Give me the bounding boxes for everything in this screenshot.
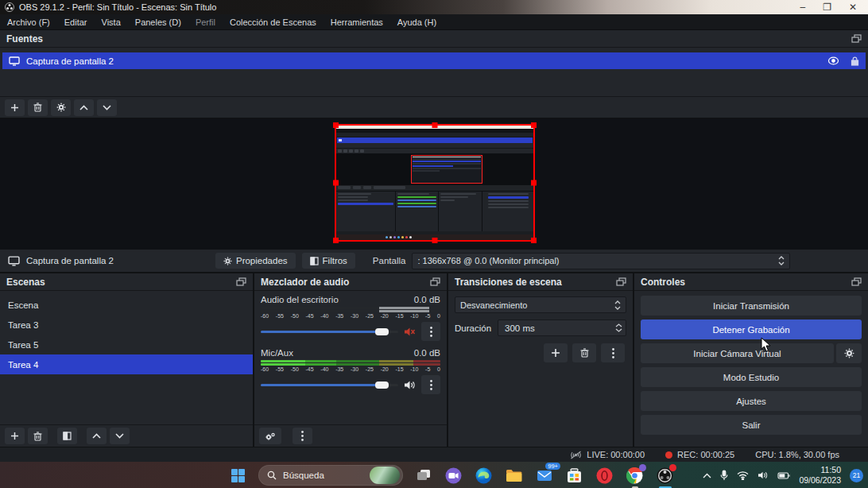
resize-handle-top-right[interactable] [531, 122, 537, 128]
transition-select[interactable]: Desvanecimiento [455, 296, 626, 313]
menu-editar[interactable]: Editar [57, 15, 95, 29]
remove-scene-button[interactable] [28, 428, 48, 444]
resize-handle-bottom-right[interactable] [531, 238, 537, 243]
filters-button[interactable]: Filtros [302, 253, 355, 269]
menu-ayuda[interactable]: Ayuda (H) [390, 15, 444, 29]
mail-app-icon[interactable]: 99+ [534, 466, 554, 486]
stop-recording-button[interactable]: Detener Grabación [641, 320, 862, 339]
spin-up-icon[interactable] [615, 323, 622, 327]
preview-canvas[interactable] [0, 118, 868, 250]
meter-tick: -15 [395, 313, 403, 319]
add-scene-button[interactable] [5, 428, 25, 444]
microsoft-store-icon[interactable] [564, 466, 584, 486]
resize-handle-mid-left[interactable] [333, 180, 339, 186]
duration-spinbox[interactable]: 300 ms [498, 320, 626, 336]
screen-select[interactable]: : 1366x768 @ 0.0 (Monitor principal) [412, 253, 790, 269]
move-scene-down-button[interactable] [110, 428, 130, 444]
taskbar-clock[interactable]: 11:50 09/06/2023 [799, 465, 841, 486]
edge-browser-icon[interactable] [474, 466, 494, 486]
menu-perfil[interactable]: Perfil [188, 15, 223, 29]
properties-label: Propiedades [236, 256, 288, 265]
microphone-icon[interactable] [720, 470, 728, 481]
visibility-eye-icon[interactable] [827, 56, 839, 65]
volume-slider[interactable] [261, 381, 398, 389]
taskbar-search-input[interactable]: Búsqueda [258, 465, 403, 486]
advanced-audio-properties-button[interactable] [259, 428, 281, 444]
window-title: OBS 29.1.2 - Perfil: Sin Título - Escena… [19, 2, 216, 12]
start-virtual-camera-button[interactable]: Iniciar Cámara Virtual [641, 343, 834, 363]
transition-options-button[interactable] [601, 343, 625, 362]
selected-source-preview[interactable] [335, 124, 535, 242]
move-source-up-button[interactable] [74, 99, 94, 116]
scene-list: Escena Tarea 3 Tarea 5 Tarea 4 [0, 291, 253, 424]
spin-down-icon[interactable] [615, 328, 622, 332]
task-view-button[interactable] [413, 466, 433, 486]
popout-icon[interactable] [236, 277, 246, 286]
menu-paneles[interactable]: Paneles (D) [128, 15, 188, 29]
volume-icon[interactable] [758, 471, 769, 480]
resize-handle-bottom-left[interactable] [333, 238, 339, 243]
volume-slider[interactable] [261, 328, 398, 335]
settings-button[interactable]: Ajustes [641, 391, 862, 411]
obs-app-icon[interactable] [655, 466, 675, 486]
resize-handle-bottom-center[interactable] [432, 238, 438, 243]
speaker-icon[interactable] [404, 380, 416, 390]
scene-item-tarea-3[interactable]: Tarea 3 [0, 315, 253, 335]
add-transition-button[interactable] [544, 343, 568, 362]
battery-icon[interactable] [777, 472, 790, 479]
menu-vista[interactable]: Vista [95, 15, 128, 29]
scene-item-tarea-4-selected[interactable]: Tarea 4 [0, 354, 253, 374]
remove-source-button[interactable] [28, 99, 48, 116]
lock-icon[interactable] [851, 56, 859, 66]
source-row-captura-de-pantalla-2[interactable]: Captura de pantalla 2 [2, 52, 866, 69]
muted-speaker-icon[interactable] [404, 327, 416, 337]
chrome-browser-icon[interactable] [625, 466, 645, 486]
add-source-button[interactable] [5, 99, 25, 116]
maximize-button[interactable]: ❐ [823, 2, 831, 12]
meter-tick: -45 [305, 313, 313, 319]
scene-item-tarea-5[interactable]: Tarea 5 [0, 335, 253, 354]
resize-handle-top-center[interactable] [432, 122, 438, 128]
properties-button[interactable]: Propiedades [215, 253, 296, 269]
studio-mode-button[interactable]: Modo Estudio [641, 367, 862, 387]
virtual-camera-settings-button[interactable] [836, 343, 862, 363]
popout-icon[interactable] [851, 34, 862, 43]
volume-meter [261, 360, 440, 366]
notification-count: 21 [853, 471, 860, 479]
tray-chevron-up-icon[interactable] [703, 473, 711, 478]
menu-coleccion-escenas[interactable]: Colección de Escenas [223, 15, 324, 29]
opera-browser-icon[interactable] [595, 466, 614, 486]
mixer-options-button[interactable] [293, 428, 312, 444]
menu-herramientas[interactable]: Herramientas [324, 15, 390, 29]
meter-tick: -35 [335, 313, 343, 319]
popout-icon[interactable] [430, 277, 440, 286]
meter-tick: -40 [320, 366, 328, 372]
remove-transition-button[interactable] [572, 343, 596, 362]
resize-handle-mid-right[interactable] [531, 180, 537, 186]
move-source-down-button[interactable] [97, 99, 117, 116]
rec-status: REC: 00:00:25 [665, 450, 734, 459]
exit-button[interactable]: Salir [641, 415, 862, 435]
track-options-button[interactable] [421, 322, 440, 341]
scene-item-escena[interactable]: Escena [0, 295, 253, 315]
popout-icon[interactable] [851, 277, 862, 286]
audio-mixer-title: Mezclador de audio [261, 277, 349, 288]
camera-app-icon[interactable] [444, 466, 463, 486]
track-options-button[interactable] [421, 375, 440, 394]
popout-icon[interactable] [616, 277, 626, 286]
system-tray: 11:50 09/06/2023 21 [703, 462, 863, 488]
display-icon [8, 256, 20, 266]
wifi-icon[interactable] [737, 471, 749, 480]
move-scene-up-button[interactable] [87, 428, 107, 444]
minimize-button[interactable]: – [800, 2, 805, 12]
menu-archivo[interactable]: Archivo (F) [0, 15, 57, 29]
track-desktop-audio: Audio del escritorio 0.0 dB -60-55-50-45… [261, 295, 440, 341]
start-streaming-button[interactable]: Iniciar Transmisión [641, 296, 862, 316]
file-explorer-icon[interactable] [504, 466, 524, 486]
resize-handle-top-left[interactable] [333, 122, 339, 128]
start-button[interactable] [228, 466, 248, 486]
scene-filters-button[interactable] [57, 428, 77, 444]
notification-count-badge[interactable]: 21 [850, 469, 863, 482]
source-properties-button[interactable] [51, 99, 71, 116]
close-button[interactable]: ✕ [849, 2, 857, 12]
